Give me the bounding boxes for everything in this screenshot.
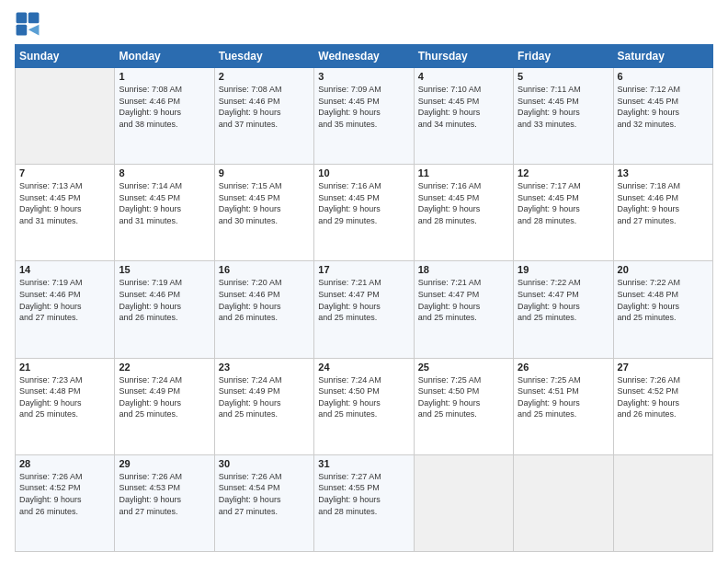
header-saturday: Saturday [613,45,712,68]
calendar-cell: 11Sunrise: 7:16 AM Sunset: 4:45 PM Dayli… [414,165,513,261]
calendar-week-4: 21Sunrise: 7:23 AM Sunset: 4:48 PM Dayli… [16,358,713,454]
calendar-cell: 31Sunrise: 7:27 AM Sunset: 4:55 PM Dayli… [314,454,414,551]
day-number: 14 [19,264,110,275]
day-info: Sunrise: 7:14 AM Sunset: 4:45 PM Dayligh… [119,180,210,226]
header-friday: Friday [514,45,613,68]
day-info: Sunrise: 7:21 AM Sunset: 4:47 PM Dayligh… [418,277,509,323]
calendar-cell: 18Sunrise: 7:21 AM Sunset: 4:47 PM Dayli… [414,261,513,358]
day-info: Sunrise: 7:26 AM Sunset: 4:54 PM Dayligh… [219,471,310,517]
day-number: 11 [418,167,509,178]
day-info: Sunrise: 7:27 AM Sunset: 4:55 PM Dayligh… [318,471,409,517]
calendar-cell [414,454,513,551]
calendar-cell: 23Sunrise: 7:24 AM Sunset: 4:49 PM Dayli… [214,358,313,454]
calendar-week-2: 7Sunrise: 7:13 AM Sunset: 4:45 PM Daylig… [16,165,713,261]
calendar-cell: 19Sunrise: 7:22 AM Sunset: 4:47 PM Dayli… [514,261,613,358]
calendar-header-row: SundayMondayTuesdayWednesdayThursdayFrid… [16,45,713,68]
day-number: 29 [119,458,210,469]
day-info: Sunrise: 7:12 AM Sunset: 4:45 PM Dayligh… [618,84,709,130]
calendar-cell: 3Sunrise: 7:09 AM Sunset: 4:45 PM Daylig… [314,68,414,165]
calendar-cell: 25Sunrise: 7:25 AM Sunset: 4:50 PM Dayli… [414,358,513,454]
calendar-week-1: 1Sunrise: 7:08 AM Sunset: 4:46 PM Daylig… [16,68,713,165]
calendar-cell: 9Sunrise: 7:15 AM Sunset: 4:45 PM Daylig… [214,165,313,261]
svg-rect-1 [28,13,40,24]
day-number: 16 [219,264,310,275]
header [15,11,713,37]
calendar-cell: 12Sunrise: 7:17 AM Sunset: 4:45 PM Dayli… [514,165,613,261]
day-number: 12 [518,167,609,178]
calendar-cell: 27Sunrise: 7:26 AM Sunset: 4:52 PM Dayli… [613,358,712,454]
calendar-cell: 26Sunrise: 7:25 AM Sunset: 4:51 PM Dayli… [514,358,613,454]
calendar-cell: 7Sunrise: 7:13 AM Sunset: 4:45 PM Daylig… [16,165,115,261]
day-info: Sunrise: 7:20 AM Sunset: 4:46 PM Dayligh… [219,277,310,323]
header-thursday: Thursday [414,45,513,68]
day-info: Sunrise: 7:18 AM Sunset: 4:46 PM Dayligh… [618,180,709,226]
svg-marker-3 [28,25,40,36]
calendar-cell: 29Sunrise: 7:26 AM Sunset: 4:53 PM Dayli… [115,454,214,551]
day-number: 21 [19,362,110,373]
day-number: 24 [318,362,409,373]
day-number: 9 [219,167,310,178]
day-info: Sunrise: 7:10 AM Sunset: 4:45 PM Dayligh… [418,84,509,130]
day-number: 28 [19,458,110,469]
calendar-cell: 14Sunrise: 7:19 AM Sunset: 4:46 PM Dayli… [16,261,115,358]
day-info: Sunrise: 7:22 AM Sunset: 4:48 PM Dayligh… [618,277,709,323]
calendar-cell: 24Sunrise: 7:24 AM Sunset: 4:50 PM Dayli… [314,358,414,454]
day-info: Sunrise: 7:23 AM Sunset: 4:48 PM Dayligh… [19,374,110,420]
logo [15,11,44,37]
calendar-cell: 2Sunrise: 7:08 AM Sunset: 4:46 PM Daylig… [214,68,313,165]
day-info: Sunrise: 7:25 AM Sunset: 4:51 PM Dayligh… [518,374,609,420]
day-number: 31 [318,458,409,469]
calendar-cell: 13Sunrise: 7:18 AM Sunset: 4:46 PM Dayli… [613,165,712,261]
header-sunday: Sunday [16,45,115,68]
day-info: Sunrise: 7:16 AM Sunset: 4:45 PM Dayligh… [418,180,509,226]
day-number: 17 [318,264,409,275]
day-number: 13 [618,167,709,178]
day-info: Sunrise: 7:26 AM Sunset: 4:52 PM Dayligh… [618,374,709,420]
svg-rect-2 [17,25,28,36]
calendar-cell: 15Sunrise: 7:19 AM Sunset: 4:46 PM Dayli… [115,261,214,358]
day-number: 25 [418,362,509,373]
day-number: 19 [518,264,609,275]
calendar-cell [16,68,115,165]
day-number: 4 [418,71,509,82]
day-info: Sunrise: 7:11 AM Sunset: 4:45 PM Dayligh… [518,84,609,130]
day-info: Sunrise: 7:24 AM Sunset: 4:49 PM Dayligh… [219,374,310,420]
day-number: 22 [119,362,210,373]
logo-icon [15,11,40,37]
calendar-cell: 4Sunrise: 7:10 AM Sunset: 4:45 PM Daylig… [414,68,513,165]
calendar-cell: 8Sunrise: 7:14 AM Sunset: 4:45 PM Daylig… [115,165,214,261]
day-info: Sunrise: 7:17 AM Sunset: 4:45 PM Dayligh… [518,180,609,226]
calendar-cell: 5Sunrise: 7:11 AM Sunset: 4:45 PM Daylig… [514,68,613,165]
calendar-cell: 17Sunrise: 7:21 AM Sunset: 4:47 PM Dayli… [314,261,414,358]
day-info: Sunrise: 7:25 AM Sunset: 4:50 PM Dayligh… [418,374,509,420]
calendar-cell: 16Sunrise: 7:20 AM Sunset: 4:46 PM Dayli… [214,261,313,358]
day-number: 10 [318,167,409,178]
day-number: 23 [219,362,310,373]
day-number: 15 [119,264,210,275]
day-info: Sunrise: 7:16 AM Sunset: 4:45 PM Dayligh… [318,180,409,226]
day-info: Sunrise: 7:24 AM Sunset: 4:49 PM Dayligh… [119,374,210,420]
day-info: Sunrise: 7:08 AM Sunset: 4:46 PM Dayligh… [119,84,210,130]
calendar-week-5: 28Sunrise: 7:26 AM Sunset: 4:52 PM Dayli… [16,454,713,551]
day-number: 3 [318,71,409,82]
calendar-cell: 20Sunrise: 7:22 AM Sunset: 4:48 PM Dayli… [613,261,712,358]
calendar-cell: 30Sunrise: 7:26 AM Sunset: 4:54 PM Dayli… [214,454,313,551]
day-number: 20 [618,264,709,275]
calendar-cell: 6Sunrise: 7:12 AM Sunset: 4:45 PM Daylig… [613,68,712,165]
day-info: Sunrise: 7:24 AM Sunset: 4:50 PM Dayligh… [318,374,409,420]
day-info: Sunrise: 7:08 AM Sunset: 4:46 PM Dayligh… [219,84,310,130]
day-info: Sunrise: 7:15 AM Sunset: 4:45 PM Dayligh… [219,180,310,226]
day-info: Sunrise: 7:09 AM Sunset: 4:45 PM Dayligh… [318,84,409,130]
day-number: 8 [119,167,210,178]
day-info: Sunrise: 7:13 AM Sunset: 4:45 PM Dayligh… [19,180,110,226]
day-info: Sunrise: 7:21 AM Sunset: 4:47 PM Dayligh… [318,277,409,323]
calendar-table: SundayMondayTuesdayWednesdayThursdayFrid… [15,44,713,552]
calendar-cell [514,454,613,551]
calendar-week-3: 14Sunrise: 7:19 AM Sunset: 4:46 PM Dayli… [16,261,713,358]
day-number: 1 [119,71,210,82]
header-wednesday: Wednesday [314,45,414,68]
svg-rect-0 [17,13,28,24]
day-number: 6 [618,71,709,82]
calendar-cell: 28Sunrise: 7:26 AM Sunset: 4:52 PM Dayli… [16,454,115,551]
day-info: Sunrise: 7:19 AM Sunset: 4:46 PM Dayligh… [19,277,110,323]
